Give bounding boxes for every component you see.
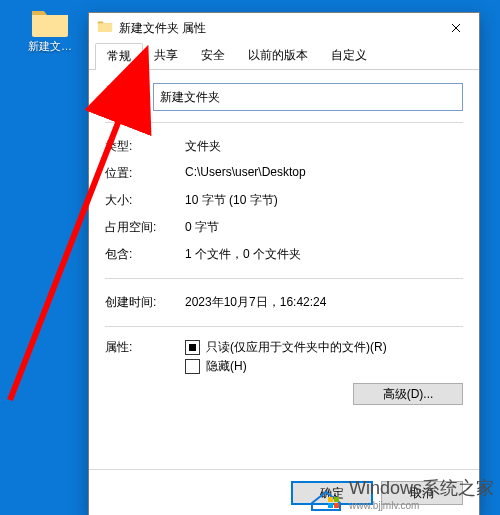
titlebar[interactable]: 新建文件夹 属性 <box>89 13 479 43</box>
created-value: 2023年10月7日，16:42:24 <box>185 289 463 316</box>
tab-general[interactable]: 常规 <box>95 43 143 70</box>
hidden-label: 隐藏(H) <box>206 358 247 375</box>
window-title: 新建文件夹 属性 <box>119 20 206 37</box>
location-label: 位置: <box>105 160 185 187</box>
location-value: C:\Users\user\Desktop <box>185 160 463 187</box>
tab-previous-versions[interactable]: 以前的版本 <box>236 42 320 69</box>
close-button[interactable] <box>433 13 479 43</box>
size-label: 大小: <box>105 187 185 214</box>
watermark-logo-icon <box>309 477 343 511</box>
type-label: 类型: <box>105 133 185 160</box>
tab-strip: 常规 共享 安全 以前的版本 自定义 <box>89 43 479 70</box>
tab-security[interactable]: 安全 <box>189 42 237 69</box>
watermark-url: www.bjjmlv.com <box>349 500 494 511</box>
size-on-disk-value: 0 字节 <box>185 214 463 241</box>
svg-rect-2 <box>334 497 339 502</box>
watermark-text: Windows系统之家 <box>349 476 494 500</box>
close-icon <box>451 23 461 33</box>
advanced-button[interactable]: 高级(D)... <box>353 383 463 405</box>
contains-label: 包含: <box>105 241 185 268</box>
folder-icon <box>105 82 141 112</box>
size-on-disk-label: 占用空间: <box>105 214 185 241</box>
tab-share[interactable]: 共享 <box>142 42 190 69</box>
folder-name-input[interactable] <box>153 83 463 111</box>
general-panel: 类型: 文件夹 位置: C:\Users\user\Desktop 大小: 10… <box>89 70 479 415</box>
desktop-folder-shortcut[interactable]: 新建文… <box>22 7 78 54</box>
watermark: Windows系统之家 www.bjjmlv.com <box>309 476 494 511</box>
hidden-checkbox[interactable]: 隐藏(H) <box>185 358 463 375</box>
checkbox-indeterminate-icon <box>185 340 200 355</box>
desktop-folder-label: 新建文… <box>22 39 78 54</box>
readonly-checkbox[interactable]: 只读(仅应用于文件夹中的文件)(R) <box>185 339 463 356</box>
folder-icon <box>30 7 70 37</box>
readonly-label: 只读(仅应用于文件夹中的文件)(R) <box>206 339 387 356</box>
svg-rect-3 <box>328 503 333 508</box>
size-value: 10 字节 (10 字节) <box>185 187 463 214</box>
tab-custom[interactable]: 自定义 <box>319 42 379 69</box>
svg-rect-4 <box>334 503 339 508</box>
folder-icon <box>97 20 113 36</box>
type-value: 文件夹 <box>185 133 463 160</box>
svg-rect-1 <box>328 497 333 502</box>
contains-value: 1 个文件，0 个文件夹 <box>185 241 463 268</box>
created-label: 创建时间: <box>105 289 185 316</box>
properties-window: 新建文件夹 属性 常规 共享 安全 以前的版本 自定义 类型: 文件夹 位置: … <box>88 12 480 515</box>
attributes-label: 属性: <box>105 337 185 356</box>
checkbox-empty-icon <box>185 359 200 374</box>
